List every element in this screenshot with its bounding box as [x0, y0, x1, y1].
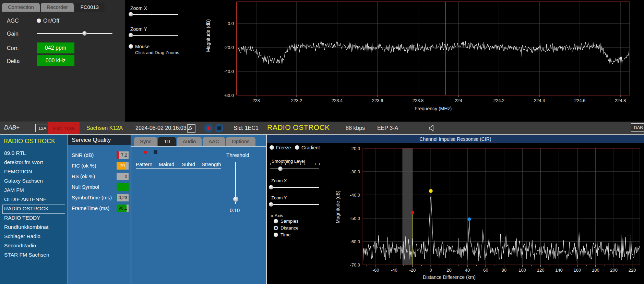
- svg-text:Magnitude (dB): Magnitude (dB): [335, 190, 341, 223]
- cir-zoom-y-label: Zoom Y: [271, 195, 287, 200]
- svg-text:224: 224: [455, 98, 462, 103]
- x-axis-option-time[interactable]: Time: [274, 232, 291, 237]
- station-item[interactable]: JAM FM: [2, 186, 65, 195]
- smoothing-slider-track[interactable]: [270, 169, 319, 169]
- svg-text:160: 160: [574, 268, 581, 273]
- svg-text:-30.0: -30.0: [350, 169, 360, 174]
- quality-value: 7,2: [121, 151, 127, 159]
- quality-label: Null Symbol: [72, 184, 117, 190]
- x-axis-option-distance[interactable]: Distance: [274, 225, 299, 231]
- tab-audio[interactable]: Audio: [177, 137, 202, 146]
- spectrum-zoom-y-track[interactable]: [130, 35, 178, 36]
- station-item[interactable]: STAR FM Sachsen: [2, 251, 65, 260]
- quality-bar-fill: [117, 183, 129, 191]
- svg-text:0.0: 0.0: [228, 21, 234, 26]
- gain-slider-handle[interactable]: [82, 31, 87, 36]
- x-axis-option-label: Samples: [281, 219, 299, 224]
- svg-text:-60.0: -60.0: [224, 93, 234, 98]
- tab-sync[interactable]: Sync: [134, 137, 157, 146]
- radio-icon[interactable]: [274, 233, 278, 237]
- quality-bar: 79: [117, 162, 129, 170]
- svg-text:Frequency (MHz): Frequency (MHz): [415, 106, 452, 111]
- speaker-icon[interactable]: [428, 124, 436, 132]
- svg-text:-50.0: -50.0: [350, 216, 360, 221]
- cir-zoom-y-track[interactable]: [270, 204, 319, 205]
- x-axis-option-samples[interactable]: Samples: [274, 219, 299, 224]
- freeze-radio[interactable]: [270, 145, 274, 150]
- tab-recorder[interactable]: Recorder: [41, 3, 74, 12]
- station-item[interactable]: Schlager Radio: [2, 232, 65, 242]
- svg-text:140: 140: [555, 268, 563, 273]
- radio-icon[interactable]: [274, 219, 278, 223]
- quality-row: FIC (ok %)79: [68, 160, 131, 171]
- svg-text:224.6: 224.6: [574, 98, 586, 103]
- threshold-label: Threshold: [226, 152, 249, 158]
- utc-datetime: 2024-08-02 20:16:03 Z: [135, 125, 191, 131]
- record-button[interactable]: [204, 124, 213, 133]
- tii-tab-bar: SyncTIIAudioAACOptions: [134, 137, 255, 146]
- cir-zoom-y-handle[interactable]: [269, 202, 273, 207]
- current-service-name: RADIO OSTROCK: [267, 123, 330, 132]
- service-dropdown-button[interactable]: ▼: [187, 124, 195, 133]
- service-quality-title: Service Quality: [68, 135, 131, 145]
- mouse-zoom-sublabel: Click and Drag Zooms: [135, 50, 179, 55]
- station-item[interactable]: FEMOTION: [2, 168, 65, 177]
- tab-tii[interactable]: TII: [158, 137, 176, 146]
- svg-text:224.2: 224.2: [493, 98, 505, 103]
- divider: [184, 122, 184, 134]
- station-item[interactable]: RADIO OSTROCK: [2, 205, 65, 214]
- stations-header: RADIO OSTROCK: [0, 135, 68, 147]
- gradient-label: Gradient: [301, 145, 320, 150]
- quality-bar: 0: [117, 173, 129, 180]
- threshold-slider-handle[interactable]: [233, 197, 238, 202]
- svg-text:Distance Difference (km): Distance Difference (km): [423, 274, 476, 280]
- spectrum-zoom-y-handle[interactable]: [129, 33, 133, 37]
- station-item[interactable]: Galaxy Sachsen: [2, 177, 65, 186]
- station-item[interactable]: SecondRadio: [2, 242, 65, 251]
- tab-fc0013[interactable]: FC0013: [75, 3, 105, 12]
- station-item[interactable]: RADIO TEDDY: [2, 214, 65, 223]
- svg-text:224.4: 224.4: [534, 98, 545, 103]
- tab-aac[interactable]: AAC: [203, 137, 225, 146]
- svg-text:180: 180: [592, 268, 599, 273]
- smoothing-slider-handle[interactable]: [278, 166, 283, 171]
- service-quality-rows: SNR (dB)7,2FIC (ok %)79RS (ok %)0Null Sy…: [68, 150, 131, 213]
- svg-text:100: 100: [518, 268, 526, 273]
- station-item[interactable]: OLDIE ANTENNE: [2, 195, 65, 205]
- tab-connection[interactable]: Connection: [2, 3, 40, 12]
- station-item[interactable]: 89.0 RTL: [2, 149, 65, 158]
- tii-column-pattern: Pattern: [136, 161, 152, 167]
- gain-slider-track[interactable]: [37, 33, 112, 34]
- station-item[interactable]: Rundfunkkombinat: [2, 223, 65, 232]
- svg-text:60: 60: [483, 268, 488, 273]
- svg-text:220: 220: [629, 268, 636, 273]
- station-item[interactable]: detektor.fm Wort: [2, 158, 65, 168]
- mouse-zoom-radio[interactable]: [129, 44, 133, 49]
- device-panel: ConnectionRecorderFC0013 AGC On/Off Gain…: [0, 0, 125, 122]
- spectrum-zoom-x-track[interactable]: [130, 14, 178, 15]
- corr-label: Corr.: [7, 45, 19, 51]
- cir-zoom-x-track[interactable]: [270, 187, 319, 188]
- spectrum-plot[interactable]: 223223.2223.4223.6223.8224224.2224.4224.…: [202, 0, 644, 116]
- x-axis-option-label: Distance: [281, 225, 299, 231]
- gradient-radio[interactable]: [295, 145, 299, 150]
- radio-icon[interactable]: [274, 226, 278, 230]
- cir-zoom-x-handle[interactable]: [269, 185, 273, 189]
- stop-button[interactable]: [215, 124, 224, 133]
- tii-panel: SyncTIIAudioAACOptions PatternMainIdSubI…: [131, 135, 267, 284]
- svg-text:-60: -60: [373, 268, 379, 273]
- quality-label: FIC (ok %): [72, 163, 117, 169]
- tab-options[interactable]: Options: [226, 137, 255, 146]
- quality-value: 0,23: [119, 194, 127, 201]
- cir-plot[interactable]: -60-40-20020406080100120140160180200220-…: [326, 142, 644, 284]
- svg-text:-40.0: -40.0: [350, 193, 360, 198]
- spectrum-zoom-x-handle[interactable]: [129, 12, 133, 16]
- record-icon: [207, 126, 211, 130]
- quality-row: Null Symbol: [68, 182, 131, 192]
- quality-bar-fill: [117, 151, 119, 159]
- svg-text:40: 40: [465, 268, 470, 273]
- agc-radio[interactable]: [37, 18, 41, 23]
- svg-text:-40: -40: [391, 268, 397, 273]
- tii-square-indicator-icon: [154, 150, 157, 154]
- quality-bar: [117, 183, 129, 191]
